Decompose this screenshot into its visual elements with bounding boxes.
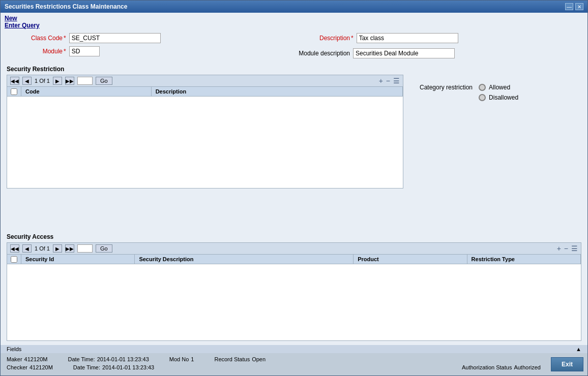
page-input[interactable] xyxy=(77,77,93,85)
description-column-header: Description xyxy=(152,87,403,96)
status-bar: Fields ▲ xyxy=(1,345,587,353)
description-input[interactable] xyxy=(357,33,458,43)
product-column-header: Product xyxy=(354,255,467,264)
auth-status-value: Authorized xyxy=(514,364,541,370)
sa-first-page-btn[interactable]: ◀◀ xyxy=(10,244,19,253)
left-section: Security Restriction ◀◀ ◀ 1 Of 1 ▶ ▶▶ Go… xyxy=(1,64,409,231)
allowed-label: Allowed xyxy=(489,84,510,91)
last-page-btn[interactable]: ▶▶ xyxy=(65,77,74,85)
security-access-section: Security Access ◀◀ ◀ 1 Of 1 ▶ ▶▶ Go + − … xyxy=(1,231,587,345)
toolbar: New Enter Query xyxy=(1,13,587,31)
window-title: Securities Restrictions Class Maintenanc… xyxy=(5,3,127,10)
prev-page-btn[interactable]: ◀ xyxy=(22,77,32,85)
datetime1-field: Date Time: 2014-01-01 13:23:43 xyxy=(68,356,149,362)
security-access-header-row: Security Id Security Description Product… xyxy=(7,255,581,264)
sa-go-btn[interactable]: Go xyxy=(96,244,112,253)
sa-delete-row-btn[interactable]: − xyxy=(564,244,568,253)
next-page-btn[interactable]: ▶ xyxy=(53,77,62,85)
sa-checkbox-col xyxy=(7,255,21,264)
footer-area: Maker 412120M Date Time: 2014-01-01 13:2… xyxy=(1,353,587,375)
module-row: Module * xyxy=(7,46,294,56)
sa-next-page-btn[interactable]: ▶ xyxy=(53,244,62,253)
datetime1-value: 2014-01-01 13:23:43 xyxy=(97,356,149,362)
module-required: * xyxy=(64,48,66,55)
enter-query-link[interactable]: Enter Query xyxy=(5,22,583,29)
datetime1-label: Date Time: xyxy=(68,356,95,362)
module-label: Module xyxy=(7,48,63,55)
module-input[interactable] xyxy=(69,46,100,56)
title-bar: Securities Restrictions Class Maintenanc… xyxy=(1,1,587,13)
exit-button[interactable]: Exit xyxy=(551,357,583,371)
module-description-input[interactable] xyxy=(353,48,455,58)
module-description-row: Module description xyxy=(294,48,581,58)
security-access-header: Security Access xyxy=(1,231,587,242)
security-restriction-toolbar: ◀◀ ◀ 1 Of 1 ▶ ▶▶ Go + − ☰ xyxy=(7,75,403,87)
datetime2-value: 2014-01-01 13:23:43 xyxy=(102,364,154,370)
maker-value: 412120M xyxy=(24,356,48,362)
checker-value: 412120M xyxy=(30,364,53,370)
sa-select-all-checkbox[interactable] xyxy=(11,256,17,263)
first-page-btn[interactable]: ◀◀ xyxy=(10,77,19,85)
security-restriction-pagination: 1 Of 1 xyxy=(35,78,50,84)
close-button[interactable]: ✕ xyxy=(575,3,583,10)
main-form: Class Code * Module * Description * Mod xyxy=(1,31,587,64)
right-section: Category restriction Allowed Disallowed xyxy=(409,64,587,231)
record-status-field: Record Status Open xyxy=(214,356,266,362)
description-required: * xyxy=(351,35,354,42)
auth-status-label: Authorization Status xyxy=(462,364,512,370)
mod-no-value: 1 xyxy=(191,356,194,362)
disallowed-option[interactable]: Disallowed xyxy=(479,94,518,101)
footer-btn-area: Exit xyxy=(547,353,587,375)
select-all-checkbox[interactable] xyxy=(11,88,17,95)
checkbox-col xyxy=(7,87,21,96)
checker-field: Checker 412120M xyxy=(7,364,53,370)
security-restriction-header: Security Restriction xyxy=(1,64,409,75)
scroll-up-icon[interactable]: ▲ xyxy=(576,346,581,352)
security-access-body xyxy=(7,264,581,340)
auth-status-field: Authorization Status Authorized xyxy=(462,364,541,370)
allowed-option[interactable]: Allowed xyxy=(479,84,518,91)
class-code-required: * xyxy=(64,35,66,42)
maker-label: Maker xyxy=(7,356,22,362)
footer-info: Maker 412120M Date Time: 2014-01-01 13:2… xyxy=(1,353,547,375)
security-access-grid: ◀◀ ◀ 1 Of 1 ▶ ▶▶ Go + − ☰ xyxy=(7,242,581,341)
maker-field: Maker 412120M xyxy=(7,356,47,362)
main-sections: Security Restriction ◀◀ ◀ 1 Of 1 ▶ ▶▶ Go… xyxy=(1,64,587,231)
record-status-value: Open xyxy=(252,356,266,362)
sa-prev-page-btn[interactable]: ◀ xyxy=(22,244,32,253)
security-access-toolbar: ◀◀ ◀ 1 Of 1 ▶ ▶▶ Go + − ☰ xyxy=(7,243,581,255)
checker-label: Checker xyxy=(7,364,27,370)
delete-row-btn[interactable]: − xyxy=(386,77,390,85)
go-btn[interactable]: Go xyxy=(96,77,112,85)
allowed-radio[interactable] xyxy=(479,84,486,91)
sa-page-input[interactable] xyxy=(77,244,93,253)
fields-label: Fields xyxy=(7,346,21,352)
sa-menu-btn[interactable]: ☰ xyxy=(571,244,578,253)
minimize-button[interactable]: — xyxy=(565,3,573,10)
add-row-btn[interactable]: + xyxy=(379,77,383,85)
mod-no-field: Mod No 1 xyxy=(169,356,194,362)
module-description-label: Module description xyxy=(294,50,350,57)
security-access-pagination: 1 Of 1 xyxy=(35,245,50,252)
radio-group: Allowed Disallowed xyxy=(479,84,518,101)
class-code-label: Class Code xyxy=(7,35,63,42)
security-restriction-header-row: Code Description xyxy=(7,87,403,97)
security-id-column-header: Security Id xyxy=(21,255,135,264)
sa-last-page-btn[interactable]: ▶▶ xyxy=(65,244,74,253)
class-code-row: Class Code * xyxy=(7,33,294,43)
disallowed-radio[interactable] xyxy=(479,94,486,101)
footer-row-2: Checker 412120M Date Time: 2014-01-01 13… xyxy=(7,364,541,370)
security-restriction-grid: ◀◀ ◀ 1 Of 1 ▶ ▶▶ Go + − ☰ xyxy=(7,75,403,189)
security-restriction-body xyxy=(7,97,403,188)
mod-no-label: Mod No xyxy=(169,356,189,362)
restriction-type-column-header: Restriction Type xyxy=(467,255,581,264)
content-area: New Enter Query Class Code * Module * De xyxy=(1,13,587,375)
security-description-column-header: Security Description xyxy=(135,255,354,264)
datetime2-label: Date Time: xyxy=(73,364,100,370)
category-restriction-label: Category restriction xyxy=(420,84,473,91)
footer-row-1: Maker 412120M Date Time: 2014-01-01 13:2… xyxy=(7,356,541,362)
menu-btn[interactable]: ☰ xyxy=(393,77,400,85)
sa-add-row-btn[interactable]: + xyxy=(557,244,561,253)
class-code-input[interactable] xyxy=(69,33,161,43)
new-link[interactable]: New xyxy=(5,15,583,22)
